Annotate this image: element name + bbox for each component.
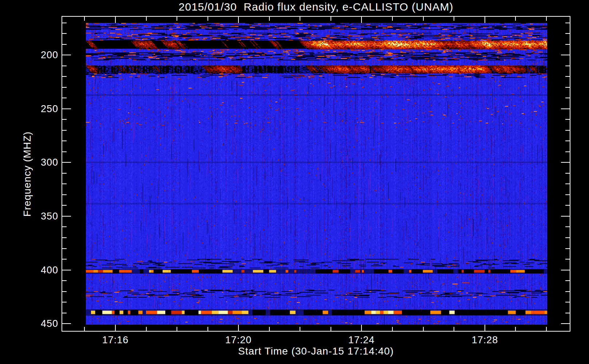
y-minor-tick: [62, 76, 67, 77]
x-minor-tick: [207, 327, 208, 331]
y-minor-tick: [565, 151, 570, 152]
y-minor-tick: [62, 183, 67, 184]
y-tick-label: 300: [7, 157, 58, 168]
x-minor-tick: [423, 327, 424, 331]
y-major-tick: [561, 323, 570, 324]
y-minor-tick: [565, 119, 570, 120]
x-major-tick: [485, 325, 485, 331]
y-major-tick: [561, 270, 570, 270]
y-minor-tick: [62, 98, 67, 98]
y-tick-label: 350: [7, 210, 58, 222]
y-minor-tick: [62, 302, 67, 302]
x-minor-tick: [546, 327, 547, 331]
x-minor-tick: [177, 327, 177, 331]
x-minor-tick: [331, 327, 331, 331]
y-minor-tick: [62, 280, 67, 281]
x-minor-tick: [454, 17, 454, 21]
y-minor-tick: [565, 302, 570, 302]
x-minor-tick: [207, 17, 208, 21]
y-minor-tick: [565, 205, 570, 206]
y-minor-tick: [565, 259, 570, 260]
y-minor-tick: [565, 194, 570, 195]
y-minor-tick: [62, 44, 67, 45]
y-minor-tick: [565, 76, 570, 77]
y-minor-tick: [62, 141, 67, 141]
x-minor-tick: [423, 17, 424, 21]
y-tick-label: 200: [7, 49, 58, 61]
y-minor-tick: [565, 237, 570, 238]
x-minor-tick: [454, 327, 454, 331]
y-tick-label: 450: [7, 318, 58, 329]
y-major-tick: [62, 216, 71, 217]
x-axis-title: Start Time (30-Jan-15 17:14:40): [62, 345, 570, 357]
plot-frame: [62, 16, 570, 332]
y-minor-tick: [62, 226, 67, 227]
y-tick-label: 250: [7, 103, 58, 115]
y-minor-tick: [62, 313, 67, 313]
y-major-tick: [62, 108, 71, 109]
x-minor-tick: [392, 327, 393, 331]
chart-title: 2015/01/30 Radio flux density, e-CALLIST…: [62, 1, 570, 13]
x-minor-tick: [146, 17, 147, 21]
y-major-tick: [561, 108, 570, 109]
y-minor-tick: [62, 205, 67, 206]
x-minor-tick: [84, 17, 85, 21]
y-minor-tick: [565, 226, 570, 227]
y-minor-tick: [62, 248, 67, 249]
y-minor-tick: [62, 237, 67, 238]
y-major-tick: [561, 216, 570, 217]
y-minor-tick: [565, 173, 570, 174]
y-minor-tick: [565, 313, 570, 313]
y-minor-tick: [565, 183, 570, 184]
x-major-tick: [361, 325, 362, 331]
y-minor-tick: [62, 291, 67, 292]
y-minor-tick: [565, 248, 570, 249]
y-major-tick: [561, 55, 570, 55]
x-minor-tick: [515, 327, 516, 331]
y-minor-tick: [62, 66, 67, 66]
x-tick-label: 17:16: [86, 335, 145, 345]
y-minor-tick: [565, 66, 570, 66]
x-major-tick: [238, 325, 239, 331]
y-major-tick: [62, 55, 71, 55]
y-minor-tick: [62, 151, 67, 152]
x-minor-tick: [84, 327, 85, 331]
x-minor-tick: [300, 17, 300, 21]
y-minor-tick: [62, 23, 67, 23]
x-major-tick: [115, 17, 116, 23]
y-major-tick: [561, 162, 570, 163]
y-minor-tick: [62, 173, 67, 174]
y-major-tick: [62, 270, 71, 270]
y-minor-tick: [565, 141, 570, 141]
x-minor-tick: [269, 327, 270, 331]
y-minor-tick: [62, 194, 67, 195]
y-minor-tick: [565, 280, 570, 281]
x-minor-tick: [546, 17, 547, 21]
x-major-tick: [238, 17, 239, 23]
y-major-tick: [62, 162, 71, 163]
y-minor-tick: [62, 33, 67, 34]
y-minor-tick: [565, 98, 570, 98]
spectrogram-figure: 2015/01/30 Radio flux density, e-CALLIST…: [0, 0, 589, 364]
y-axis-title: Frequency (MHZ): [20, 65, 35, 283]
x-minor-tick: [177, 17, 177, 21]
y-minor-tick: [565, 23, 570, 23]
x-minor-tick: [392, 17, 393, 21]
x-major-tick: [361, 17, 362, 23]
y-minor-tick: [565, 87, 570, 88]
x-minor-tick: [300, 327, 300, 331]
x-major-tick: [485, 17, 485, 23]
y-minor-tick: [62, 130, 67, 131]
y-minor-tick: [565, 44, 570, 45]
x-tick-label: 17:28: [456, 335, 514, 345]
y-minor-tick: [565, 33, 570, 34]
x-major-tick: [115, 325, 116, 331]
x-tick-label: 17:20: [209, 335, 268, 345]
x-minor-tick: [269, 17, 270, 21]
x-minor-tick: [146, 327, 147, 331]
x-tick-label: 17:24: [332, 335, 391, 345]
y-minor-tick: [565, 291, 570, 292]
y-minor-tick: [62, 119, 67, 120]
y-minor-tick: [62, 87, 67, 88]
y-major-tick: [62, 323, 71, 324]
